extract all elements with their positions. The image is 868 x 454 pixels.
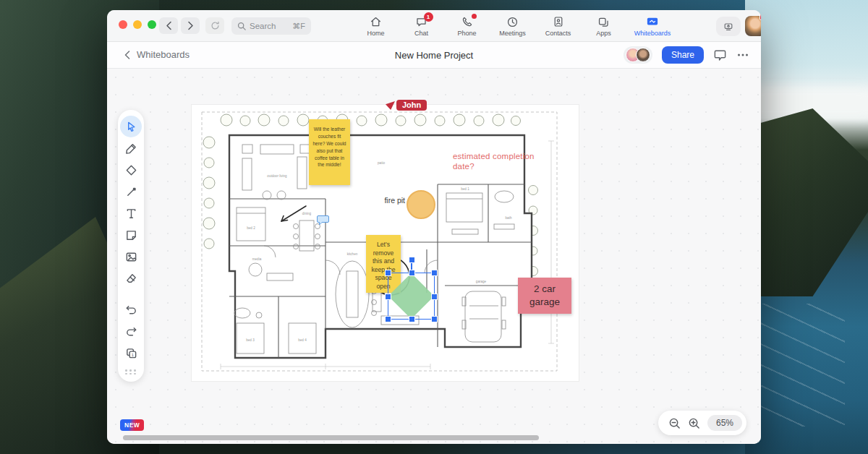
redo-icon (125, 325, 137, 338)
connector-tool-button[interactable] (120, 181, 142, 202)
nav-label: Phone (457, 30, 476, 37)
nav-tab-phone[interactable]: Phone (444, 12, 490, 40)
refresh-button[interactable] (205, 17, 224, 34)
selection-handle[interactable] (386, 270, 391, 275)
comment-icon[interactable] (713, 48, 727, 62)
contacts-icon (553, 16, 564, 27)
text-icon (125, 207, 137, 220)
eraser-tool-button[interactable] (120, 267, 142, 289)
text-annotation-fire-pit[interactable]: fire pit (365, 196, 405, 205)
sticky-note-garage[interactable]: 2 car garage (518, 278, 571, 314)
phone-notification-dot (472, 14, 477, 19)
cursor-pointer-icon (386, 101, 395, 110)
selection-handle[interactable] (409, 270, 414, 275)
home-icon (370, 16, 382, 28)
whiteboard-page[interactable]: outdoor living patio dining kitchen bed … (192, 105, 579, 381)
svg-text:bed 1: bed 1 (461, 187, 469, 191)
wallpaper-ridge (745, 108, 868, 296)
chat-unread-badge: 1 (424, 12, 433, 22)
sticky-note-tool-button[interactable] (120, 224, 142, 246)
chevron-right-icon (187, 21, 194, 30)
svg-text:bed 2: bed 2 (247, 226, 255, 230)
zoom-out-icon[interactable] (668, 417, 681, 429)
selection-handle[interactable] (386, 317, 391, 322)
whiteboard-header: Whiteboards New Home Project Share (107, 42, 761, 69)
nav-tab-apps[interactable]: Apps (581, 12, 626, 40)
share-button[interactable]: Share (662, 46, 704, 64)
wallpaper-ocean-foam (758, 304, 845, 427)
rotation-handle[interactable] (409, 257, 414, 262)
cursor-icon (125, 121, 137, 133)
shape-tool-button[interactable] (120, 159, 142, 181)
zoom-controls: 65% (658, 411, 746, 435)
fullscreen-window-button[interactable] (148, 20, 156, 29)
nav-label: Meetings (499, 30, 526, 37)
close-window-button[interactable] (119, 20, 127, 29)
zoom-level-value[interactable]: 65% (707, 415, 742, 431)
frames-button[interactable]: 1 (120, 342, 142, 364)
wallpaper-coastline (745, 0, 868, 454)
frames-icon: 1 (125, 347, 137, 359)
minimize-window-button[interactable] (133, 20, 142, 29)
undo-button[interactable] (120, 299, 142, 320)
text-tool-button[interactable] (120, 202, 142, 224)
text-annotation-completion-date[interactable]: estimated completion date? (453, 151, 545, 172)
arrow-connector-icon (125, 186, 137, 198)
svg-text:1: 1 (131, 353, 133, 357)
search-icon (237, 22, 246, 30)
sticky-note-icon (125, 229, 137, 241)
image-icon (125, 251, 137, 263)
pen-icon (125, 142, 137, 155)
share-screen-button[interactable] (716, 17, 741, 36)
eraser-icon (125, 273, 137, 285)
search-input[interactable]: Search ⌘F (231, 17, 311, 35)
phone-icon (461, 16, 473, 27)
more-options-icon[interactable] (736, 48, 749, 61)
nav-tab-whiteboards[interactable]: Whiteboards (626, 12, 678, 40)
nav-tab-home[interactable]: Home (353, 12, 399, 40)
comment-pin-icon[interactable] (317, 215, 329, 226)
whiteboards-icon (646, 16, 659, 27)
selection-handle[interactable] (409, 317, 414, 322)
horizontal-scrollbar[interactable] (123, 435, 539, 440)
apps-icon (597, 16, 610, 28)
nav-tab-chat[interactable]: 1 Chat (399, 12, 444, 40)
account-avatar[interactable] (745, 16, 761, 36)
selected-shape-group[interactable] (388, 273, 435, 320)
selection-handle[interactable] (432, 317, 437, 322)
screen-share-icon (723, 21, 734, 33)
nav-tab-contacts[interactable]: Contacts (535, 12, 581, 40)
search-shortcut: ⌘F (292, 22, 305, 31)
selection-handle[interactable] (432, 294, 437, 299)
zoom-in-icon[interactable] (688, 417, 700, 429)
image-tool-button[interactable] (120, 246, 142, 267)
forward-button[interactable] (181, 17, 200, 34)
toolbar-drag-handle[interactable] (125, 369, 137, 374)
svg-text:outdoor living: outdoor living (267, 174, 287, 178)
collaborator-avatars[interactable] (624, 46, 652, 64)
sticky-note-couches[interactable]: Will the leather couches fit here? We co… (309, 119, 350, 185)
nav-label: Contacts (545, 30, 571, 37)
fire-pit-shape[interactable] (407, 190, 435, 219)
clock-icon (506, 16, 519, 28)
svg-text:kitchen: kitchen (347, 252, 358, 256)
svg-text:media: media (252, 257, 262, 261)
selection-handle[interactable] (432, 270, 437, 275)
undo-icon (125, 304, 137, 316)
svg-text:garage: garage (476, 280, 487, 283)
redo-button[interactable] (120, 320, 142, 342)
collaborator-cursor-john: John (386, 100, 427, 111)
svg-text:bath: bath (506, 216, 512, 220)
zoom-app-window: Search ⌘F Home 1 Chat Phone (107, 10, 761, 444)
green-diamond-shape[interactable] (388, 273, 435, 320)
search-placeholder: Search (250, 22, 276, 30)
tool-sidebar: 1 (118, 110, 144, 382)
nav-tab-meetings[interactable]: Meetings (490, 12, 535, 40)
cursor-name-label: John (396, 100, 427, 111)
window-controls (119, 20, 156, 29)
pen-tool-button[interactable] (120, 137, 142, 159)
select-tool-button[interactable] (120, 116, 142, 137)
main-navigation: Home 1 Chat Phone Meetings (353, 12, 678, 40)
back-button[interactable] (159, 17, 178, 34)
selection-handle[interactable] (386, 294, 391, 299)
